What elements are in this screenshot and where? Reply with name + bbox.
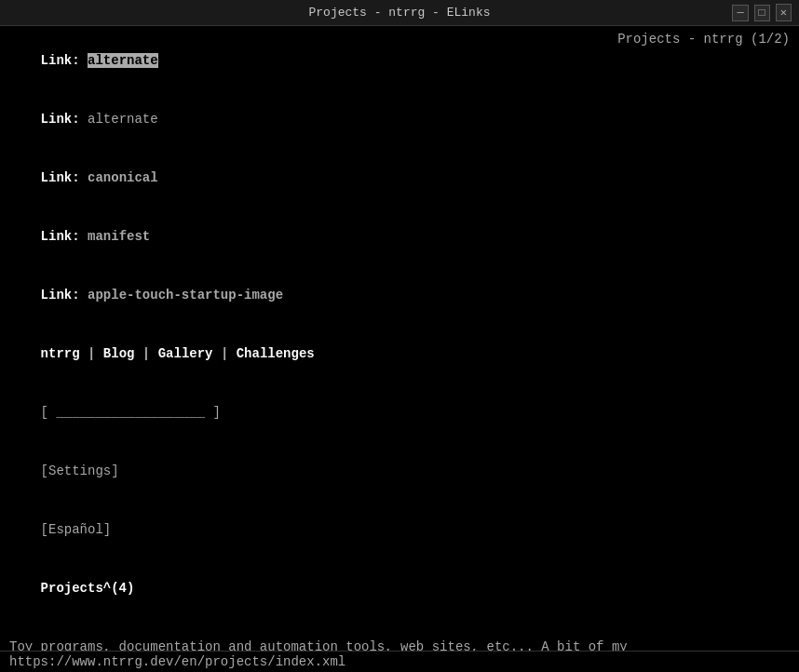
spacer-1 — [9, 618, 790, 638]
status-bar: https://www.ntrrg.dev/en/projects/index.… — [0, 651, 799, 672]
settings-link[interactable]: [Settings] — [41, 464, 119, 478]
search-bracket-close: ] — [205, 405, 221, 420]
link-alternate-highlighted[interactable]: alternate — [88, 53, 158, 68]
nav-bar: ntrrg | Blog | Gallery | Challenges — [9, 325, 790, 383]
projects-title: Projects^(4) — [41, 581, 135, 596]
title-bar-controls: ─ □ ✕ — [530, 4, 792, 21]
espanol-link[interactable]: [Español] — [41, 522, 112, 537]
maximize-button[interactable]: □ — [754, 5, 770, 21]
nav-ntrrg[interactable]: ntrrg — [41, 346, 80, 361]
title-bar: Projects - ntrrg - ELinks ─ □ ✕ — [0, 0, 799, 26]
link-apple: Link: apple-touch-startup-image — [9, 266, 790, 325]
close-button[interactable]: ✕ — [776, 4, 792, 21]
description-line-1: Toy programs, documentation and automati… — [9, 638, 790, 651]
search-input[interactable]: ___________________ — [56, 405, 205, 420]
title-bar-title: Projects - ntrrg - ELinks — [269, 6, 531, 20]
link-canonical: Link: canonical — [9, 149, 790, 208]
main-content: Projects - ntrrg (1/2) Link: alternate L… — [0, 26, 799, 651]
projects-title-line: Projects^(4) — [9, 559, 790, 618]
espanol-line: [Español] — [9, 501, 790, 559]
link-alternate-2: Link: alternate — [9, 90, 790, 149]
search-box-line: [ ___________________ ] — [9, 383, 790, 442]
nav-challenges[interactable]: Challenges — [237, 346, 315, 361]
nav-blog[interactable]: Blog — [103, 346, 135, 361]
settings-line: [Settings] — [9, 442, 790, 501]
link-manifest: Link: manifest — [9, 208, 790, 266]
minimize-button[interactable]: ─ — [732, 5, 748, 21]
page-indicator: Projects - ntrrg (1/2) — [617, 32, 790, 47]
search-bracket-open: [ — [41, 405, 57, 420]
nav-gallery[interactable]: Gallery — [158, 346, 213, 361]
